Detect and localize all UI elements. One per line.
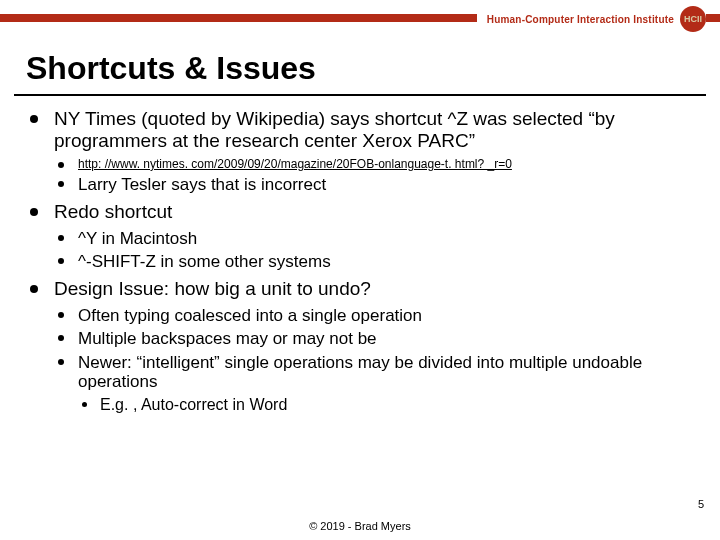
bullet-text: Design Issue: how big a unit to undo?	[54, 278, 371, 299]
sub-bullet-other: ^-SHIFT-Z in some other systems	[54, 252, 694, 272]
sub-bullet-link: http: //www. nytimes. com/2009/09/20/mag…	[54, 158, 694, 172]
title-underline	[14, 94, 706, 96]
hcii-logo-area: Human-Computer Interaction Institute HCI…	[477, 6, 706, 32]
sub-bullet-typing: Often typing coalesced into a single ope…	[54, 306, 694, 326]
bullet-design-issue: Design Issue: how big a unit to undo? Of…	[26, 278, 694, 414]
sub-bullet-mac: ^Y in Macintosh	[54, 229, 694, 249]
bullet-text: Redo shortcut	[54, 201, 172, 222]
copyright-label: © 2019 - Brad Myers	[0, 520, 720, 532]
bullet-text: NY Times (quoted by Wikipedia) says shor…	[54, 108, 615, 151]
sub-bullet-tesler: Larry Tesler says that is incorrect	[54, 175, 694, 195]
page-number: 5	[698, 498, 704, 510]
sub-bullet-backspace: Multiple backspaces may or may not be	[54, 329, 694, 349]
bullet-redo: Redo shortcut ^Y in Macintosh ^-SHIFT-Z …	[26, 201, 694, 272]
nytimes-link[interactable]: http: //www. nytimes. com/2009/09/20/mag…	[78, 157, 512, 171]
institute-label: Human-Computer Interaction Institute	[487, 14, 674, 25]
sub-bullet-text: Newer: “intelligent” single operations m…	[78, 353, 642, 392]
bullet-nytimes: NY Times (quoted by Wikipedia) says shor…	[26, 108, 694, 195]
slide-title: Shortcuts & Issues	[26, 50, 316, 87]
hcii-logo-icon: HCII	[680, 6, 706, 32]
subsub-bullet-autocorrect: E.g. , Auto-correct in Word	[78, 396, 694, 414]
slide-body: NY Times (quoted by Wikipedia) says shor…	[26, 108, 694, 420]
sub-bullet-intelligent: Newer: “intelligent” single operations m…	[54, 353, 694, 414]
